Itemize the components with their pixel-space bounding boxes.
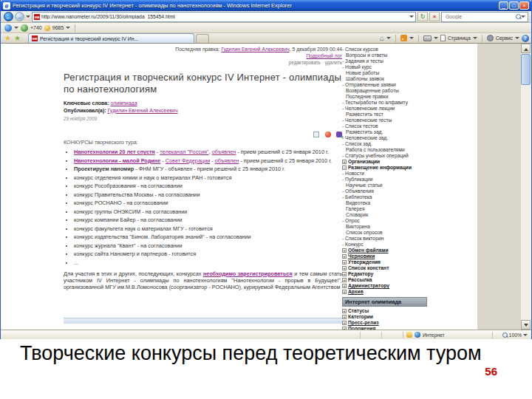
sidebar-section-label[interactable]: Обмен файлами [348,248,389,253]
rss-dropdown-icon[interactable] [409,37,414,39]
home-dropdown-icon[interactable] [386,37,391,39]
tools-menu-label[interactable]: Сервис [496,35,513,41]
minimize-button[interactable]: _ [499,1,508,10]
sidebar-link[interactable]: Работа с пользователями [342,147,427,153]
sidebar-section-link[interactable]: +Пресс-релиз [342,320,427,326]
content-link[interactable]: объявлен [212,149,236,155]
stop-button[interactable]: × [429,12,440,21]
sidebar-link[interactable]: Тесты/работы по алфавиту [342,100,427,106]
sidebar-link[interactable]: Вопросы и ответы [342,52,427,58]
sidebar-section-link[interactable]: +Черновики [342,253,427,259]
sidebar-link[interactable]: Отправленные заявки [342,82,427,88]
sidebar-link[interactable]: Галерея [342,206,427,212]
sidebar-link[interactable]: Викторина [342,224,427,230]
vertical-scrollbar[interactable] [521,44,531,330]
tools-icon[interactable] [487,35,494,41]
sidebar-section-label[interactable]: Пресс-релиз [348,320,379,326]
published-author-link[interactable]: Гудилин Евгений Алексеевич [108,108,178,113]
share-icon[interactable] [336,132,342,137]
url-input[interactable] [41,14,408,19]
sidebar-section-link[interactable]: +Рассылка [342,277,427,283]
sidebar-link[interactable]: Человеческие зад. [342,135,427,141]
sidebar-section-link[interactable]: +Категории [342,314,427,320]
content-link[interactable]: телеканал "Россия" [160,149,208,155]
rss-icon[interactable] [400,35,407,41]
sidebar-link[interactable]: Словарик [342,212,427,218]
addon-globe-icon[interactable] [21,24,28,32]
sidebar-link[interactable]: Новые работы [342,70,427,76]
search-box[interactable] [441,12,528,22]
keywords-link[interactable]: олимпиада [110,100,137,106]
sidebar-link[interactable]: Список курсов [342,47,427,52]
sidebar-section-label[interactable]: Организации [348,159,380,165]
expand-icon[interactable]: + [342,248,347,253]
content-link[interactable]: необходимо зарегистрироваться [203,270,293,277]
sidebar-link[interactable]: Видеотека [342,200,427,206]
address-field[interactable]: нм [32,12,416,22]
refresh-button[interactable]: ↻ [417,12,428,21]
scrollbar-thumb[interactable] [521,54,531,85]
delete-link[interactable]: удалить [325,60,342,65]
expand-icon[interactable]: + [342,160,347,164]
content-link[interactable]: объявлен [215,157,239,164]
expand-icon[interactable]: + [342,290,347,294]
sidebar-section-label[interactable]: Черновики [348,253,375,259]
sidebar-link[interactable]: Шаблоны заявок [342,76,427,82]
sidebar-link[interactable]: Задания и тесты [342,58,427,64]
search-dropdown-icon[interactable] [521,16,525,18]
sidebar-link[interactable]: Разместить зад. [342,129,427,135]
sidebar-section-link[interactable]: +Редактору [342,271,427,277]
sidebar-link[interactable]: Конкурс [342,242,427,248]
edit-link[interactable]: редактировать [289,60,321,65]
scroll-down-button[interactable] [521,320,531,330]
expand-icon[interactable]: + [342,254,347,259]
scroll-up-button[interactable] [521,44,531,53]
sidebar-link[interactable]: Научные статьи [342,183,427,188]
last-edit-author-link[interactable]: Гудилин Евгений Алексеевич [221,47,289,52]
search-input[interactable] [444,13,516,20]
maximize-button[interactable]: □ [509,1,519,10]
sidebar-section-link[interactable]: +Администратору [342,283,427,289]
sidebar-section-label[interactable]: Рассылка [348,277,372,283]
sidebar-section-link[interactable]: −Размещение информации [342,165,427,171]
print-dropdown-icon[interactable] [434,37,438,39]
addon-dropdown-icon-2[interactable] [66,27,70,29]
sidebar-link[interactable]: Человеческие тесты [342,117,427,123]
sidebar-link[interactable]: Список тестов [342,123,427,129]
content-link[interactable]: Совет Федерации [166,157,211,164]
sidebar-section-label[interactable]: Список констант [348,265,389,271]
page-menu-label[interactable]: Страница [448,35,471,41]
sidebar-section-link[interactable]: +Архив [342,289,427,295]
sidebar-section-label[interactable]: Администратору [348,283,389,289]
sidebar-link[interactable]: Объявления [342,188,427,194]
expand-icon[interactable]: + [342,272,347,276]
sidebar-link[interactable]: Публикации [342,177,427,183]
sidebar-link[interactable]: Опрос [342,218,427,224]
sidebar-link[interactable]: Статусы учебных операций [342,153,427,159]
sidebar-link[interactable]: Новости [342,171,427,177]
expand-icon[interactable]: + [342,278,347,282]
forward-button[interactable]: → [15,12,24,21]
sidebar-section-label[interactable]: Утверждения [348,259,381,265]
sidebar-section-label[interactable]: Размещение информации [348,165,412,171]
sidebar-link[interactable]: Новый курс [342,64,427,70]
print-icon[interactable] [423,35,432,41]
zoom-control[interactable]: 100% [499,332,531,338]
tools-dropdown-icon[interactable] [515,37,519,39]
active-tab[interactable]: нм Регистрация и творческий конкурс IV И… [28,33,194,43]
sidebar-section-link[interactable]: +Статусы [342,308,427,314]
sidebar-link[interactable]: Возвращенные работы [342,88,427,94]
sidebar-section-label[interactable]: Редактору [348,271,373,277]
expand-icon[interactable]: + [342,260,347,265]
collapse-icon[interactable]: − [342,166,347,170]
page-menu-icon[interactable] [440,35,446,41]
back-button[interactable]: ← [4,12,13,21]
expand-icon[interactable]: + [342,284,347,288]
log-link[interactable]: Подробный лог [306,53,342,58]
expand-icon[interactable]: + [342,321,347,325]
history-dropdown-icon[interactable] [26,16,30,18]
sidebar-section-label[interactable]: Категории [348,314,373,320]
sidebar-section-link[interactable]: +Список констант [342,265,427,271]
add-favorite-icon[interactable]: ★ [14,34,21,43]
sidebar-link[interactable]: Список опросов [342,230,427,236]
